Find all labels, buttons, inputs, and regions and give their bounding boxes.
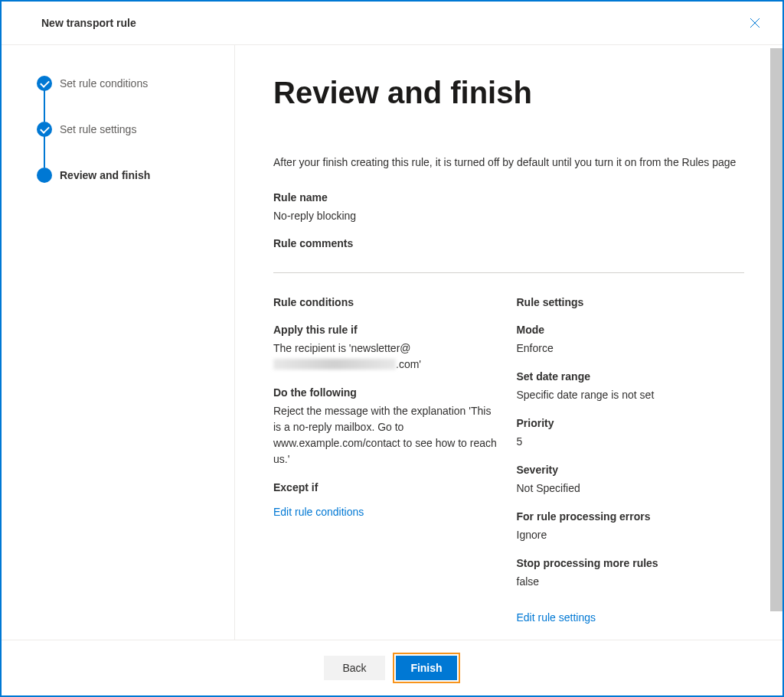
step-conditions[interactable]: Set rule conditions: [37, 76, 219, 91]
edit-settings-link[interactable]: Edit rule settings: [517, 611, 596, 624]
settings-column: Rule settings Mode Enforce Set date rang…: [517, 296, 745, 624]
modal-title: New transport rule: [41, 17, 136, 29]
step-review[interactable]: Review and finish: [37, 168, 219, 183]
page-title: Review and finish: [273, 76, 744, 110]
modal-header: New transport rule: [2, 2, 782, 45]
severity-label: Severity: [517, 464, 745, 476]
do-value: Reject the message with the explanation …: [273, 403, 501, 467]
priority-label: Priority: [517, 417, 745, 429]
modal-body: Set rule conditions Set rule settings Re…: [2, 45, 782, 640]
errors-label: For rule processing errors: [517, 510, 745, 523]
do-label: Do the following: [273, 386, 501, 399]
finish-highlight: Finish: [393, 653, 460, 683]
step-label: Set rule settings: [60, 123, 136, 135]
rule-name-value: No-reply blocking: [273, 210, 744, 222]
date-value: Specific date range is not set: [517, 387, 745, 403]
step-list: Set rule conditions Set rule settings Re…: [37, 76, 219, 183]
conditions-column: Rule conditions Apply this rule if The r…: [273, 296, 501, 624]
apply-label: Apply this rule if: [273, 324, 501, 336]
step-label: Set rule conditions: [60, 77, 148, 90]
mode-label: Mode: [517, 324, 745, 336]
modal-container: New transport rule Set rule conditions S…: [0, 0, 784, 697]
stop-value: false: [517, 574, 745, 590]
close-button[interactable]: [743, 11, 767, 35]
apply-value-prefix: The recipient is 'newsletter@: [273, 342, 411, 354]
mode-value: Enforce: [517, 340, 745, 357]
except-label: Except if: [273, 481, 501, 493]
stop-label: Stop processing more rules: [517, 557, 745, 569]
modal-footer: Back Finish: [2, 640, 782, 695]
section-divider: [273, 272, 744, 273]
intro-text: After your finish creating this rule, it…: [273, 156, 744, 168]
check-icon: [37, 122, 52, 137]
redacted-domain: [273, 359, 396, 370]
check-icon: [37, 76, 52, 91]
date-label: Set date range: [517, 370, 745, 383]
edit-conditions-link[interactable]: Edit rule conditions: [273, 506, 364, 518]
step-connector: [44, 135, 45, 168]
errors-value: Ignore: [517, 527, 745, 543]
rule-comments-label: Rule comments: [273, 237, 744, 249]
apply-value: The recipient is 'newsletter@.com': [273, 340, 501, 373]
content-area: Review and finish After your finish crea…: [235, 45, 782, 640]
current-step-icon: [37, 168, 52, 183]
apply-value-suffix: .com': [396, 358, 421, 370]
back-button[interactable]: Back: [324, 656, 385, 680]
finish-button[interactable]: Finish: [396, 656, 457, 680]
settings-heading: Rule settings: [517, 296, 745, 308]
scrollbar-thumb[interactable]: [770, 48, 782, 611]
step-settings[interactable]: Set rule settings: [37, 122, 219, 137]
conditions-heading: Rule conditions: [273, 296, 501, 308]
rule-name-label: Rule name: [273, 191, 744, 204]
details-columns: Rule conditions Apply this rule if The r…: [273, 296, 744, 624]
step-label: Review and finish: [60, 169, 150, 181]
wizard-sidebar: Set rule conditions Set rule settings Re…: [2, 45, 235, 640]
step-connector: [44, 90, 45, 122]
close-icon: [750, 18, 760, 28]
severity-value: Not Specified: [517, 480, 745, 497]
priority-value: 5: [517, 434, 745, 450]
